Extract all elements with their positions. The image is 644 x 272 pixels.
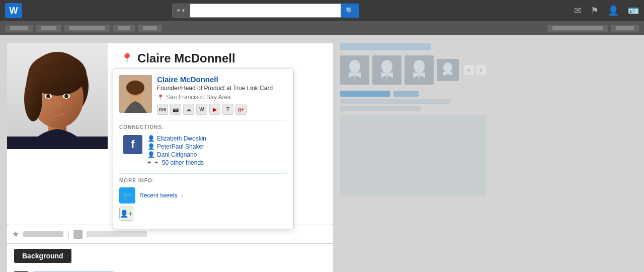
svg-point-5 bbox=[24, 76, 42, 121]
right-content-box bbox=[340, 115, 486, 195]
avatars-row: ‹ › bbox=[340, 55, 491, 85]
avatar-4-svg bbox=[437, 59, 459, 81]
popup-more-info-section: MORE INFO: 🐦 Recent tweets › 👤+ bbox=[119, 174, 287, 223]
social-icon-tumblr[interactable]: T bbox=[222, 104, 233, 115]
action-bar-placeholder-2 bbox=[87, 231, 147, 237]
twitter-row[interactable]: 🐦 Recent tweets › bbox=[119, 187, 287, 203]
action-bar-placeholder-1 bbox=[23, 231, 63, 237]
right-link-row-1 bbox=[340, 91, 491, 97]
connection-others[interactable]: + 50 other friends bbox=[147, 159, 206, 166]
profile-main-info: 📍 Claire McDonnell bbox=[121, 51, 325, 65]
profile-card: 📍 Claire McDonnell bbox=[7, 43, 333, 225]
action-icon-btn[interactable] bbox=[73, 230, 83, 239]
popup-avatar-svg bbox=[119, 75, 152, 113]
search-dropdown-button[interactable]: ≡ ▼ bbox=[172, 4, 190, 18]
social-icon-youtube[interactable]: ▶ bbox=[209, 104, 220, 115]
avatar-navigation: ‹ › bbox=[464, 65, 486, 75]
flag-icon[interactable]: ⚑ bbox=[591, 5, 599, 16]
profile-hover-popup: Claire McDonnell Founder/Head of Product… bbox=[113, 69, 294, 229]
add-user-icon[interactable]: 👤 bbox=[608, 5, 619, 16]
background-tab[interactable]: Background bbox=[14, 249, 71, 263]
tweet-arrow-icon: › bbox=[182, 193, 183, 198]
right-link-bar-2[interactable] bbox=[393, 91, 419, 97]
star-button[interactable]: ★ bbox=[12, 229, 19, 239]
right-panel: ‹ › bbox=[340, 43, 491, 264]
sec-nav-right bbox=[547, 25, 639, 32]
search-icon: 🔍 bbox=[346, 7, 354, 15]
main-content: 📍 Claire McDonnell bbox=[0, 35, 644, 272]
popup-connections-section: CONNECTIONS: f 👤Elizabeth Dwoskin 👤Peter… bbox=[119, 120, 287, 174]
avatar-1[interactable] bbox=[340, 55, 369, 85]
chevron-down-icon: ▼ bbox=[181, 8, 186, 13]
more-info-label: MORE INFO: bbox=[119, 178, 287, 183]
popup-profile-title: Founder/Head of Product at True Link Car… bbox=[157, 85, 287, 92]
connection-elizabeth[interactable]: 👤Elizabeth Dwoskin bbox=[147, 135, 206, 142]
svg-point-26 bbox=[443, 62, 452, 73]
svg-point-23 bbox=[414, 60, 425, 73]
social-icon-me[interactable]: me bbox=[157, 104, 168, 115]
svg-rect-10 bbox=[7, 137, 108, 149]
bg-entry-1 bbox=[14, 268, 326, 272]
right-link-bar-1[interactable] bbox=[340, 91, 390, 97]
svg-point-20 bbox=[381, 60, 392, 73]
mail-icon[interactable]: ✉ bbox=[574, 5, 582, 16]
popup-header: Claire McDonnell Founder/Head of Product… bbox=[119, 75, 287, 120]
social-icon-wordpress[interactable]: W bbox=[196, 104, 207, 115]
avatar-1-svg bbox=[340, 55, 369, 85]
profile-photo bbox=[7, 43, 108, 149]
social-icon-flickr[interactable]: ☁ bbox=[183, 104, 194, 115]
avatar-next-button[interactable]: › bbox=[476, 65, 486, 75]
search-button[interactable]: 🔍 bbox=[341, 4, 359, 18]
avatar-prev-button[interactable]: ‹ bbox=[464, 65, 474, 75]
connection-peterpaul[interactable]: 👤PeterPaul Shaker bbox=[147, 143, 206, 150]
sec-nav-right-item-2[interactable] bbox=[611, 25, 639, 32]
sec-nav-item-1[interactable] bbox=[5, 25, 33, 32]
connections-content: f 👤Elizabeth Dwoskin 👤PeterPaul Shaker 👤… bbox=[119, 133, 287, 169]
social-icon-instagram[interactable]: 📷 bbox=[170, 104, 181, 115]
top-navigation: W ≡ ▼ 🔍 ✉ ⚑ 👤 🪪 bbox=[0, 0, 644, 21]
connection-list: 👤Elizabeth Dwoskin 👤PeterPaul Shaker 👤Da… bbox=[147, 135, 206, 167]
profile-pin-icon: 📍 bbox=[121, 52, 133, 64]
profile-name: Claire McDonnell bbox=[137, 51, 235, 65]
sec-nav-item-4[interactable] bbox=[113, 25, 135, 32]
social-icon-googleplus[interactable]: g+ bbox=[235, 104, 247, 115]
card-icon[interactable]: 🪪 bbox=[628, 5, 639, 16]
popup-location: 📍 San Francisco Bay Area bbox=[157, 94, 287, 101]
add-connection-icon[interactable]: 👤+ bbox=[119, 207, 133, 221]
connections-label: CONNECTIONS: bbox=[119, 124, 287, 130]
right-links-section bbox=[340, 91, 491, 111]
search-area: ≡ ▼ 🔍 bbox=[172, 4, 359, 18]
sec-nav-item-2[interactable] bbox=[36, 25, 61, 32]
popup-info: Claire McDonnell Founder/Head of Product… bbox=[157, 75, 287, 115]
facebook-icon[interactable]: f bbox=[123, 135, 142, 154]
background-section: Background bbox=[7, 244, 333, 272]
recent-tweets-link[interactable]: Recent tweets bbox=[139, 192, 178, 199]
sec-nav-right-item-1[interactable] bbox=[547, 25, 608, 32]
avatar-3[interactable] bbox=[405, 55, 434, 85]
plus-icon: + bbox=[154, 159, 158, 166]
search-input[interactable] bbox=[190, 4, 341, 18]
popup-social-icons: me 📷 ☁ W ▶ T g+ bbox=[157, 104, 287, 115]
logo-button[interactable]: W bbox=[5, 3, 22, 18]
person-icon-2: 👤 bbox=[147, 143, 155, 150]
svg-point-15 bbox=[126, 81, 144, 95]
avatar-4[interactable] bbox=[437, 59, 459, 81]
location-pin-icon: 📍 bbox=[157, 94, 164, 101]
sec-nav-item-3[interactable] bbox=[64, 25, 110, 32]
profile-photo-svg bbox=[7, 43, 108, 149]
avatar-2[interactable] bbox=[372, 55, 401, 85]
right-gray-bar-1 bbox=[340, 99, 451, 104]
left-panel: 📍 Claire McDonnell bbox=[7, 43, 333, 264]
avatar-3-svg bbox=[405, 55, 434, 85]
connection-dani[interactable]: 👤Dani Cirignano bbox=[147, 151, 206, 158]
avatar-2-svg bbox=[372, 55, 401, 85]
twitter-icon[interactable]: 🐦 bbox=[119, 187, 135, 203]
popup-avatar bbox=[119, 75, 152, 113]
action-divider: | bbox=[67, 230, 69, 239]
add-connection-row: 👤+ bbox=[119, 207, 287, 221]
top-nav-icons: ✉ ⚑ 👤 🪪 bbox=[574, 5, 639, 16]
popup-profile-name[interactable]: Claire McDonnell bbox=[157, 75, 287, 84]
secondary-navigation bbox=[0, 21, 644, 35]
right-gray-bar-2 bbox=[340, 106, 421, 111]
sec-nav-item-5[interactable] bbox=[138, 25, 162, 32]
